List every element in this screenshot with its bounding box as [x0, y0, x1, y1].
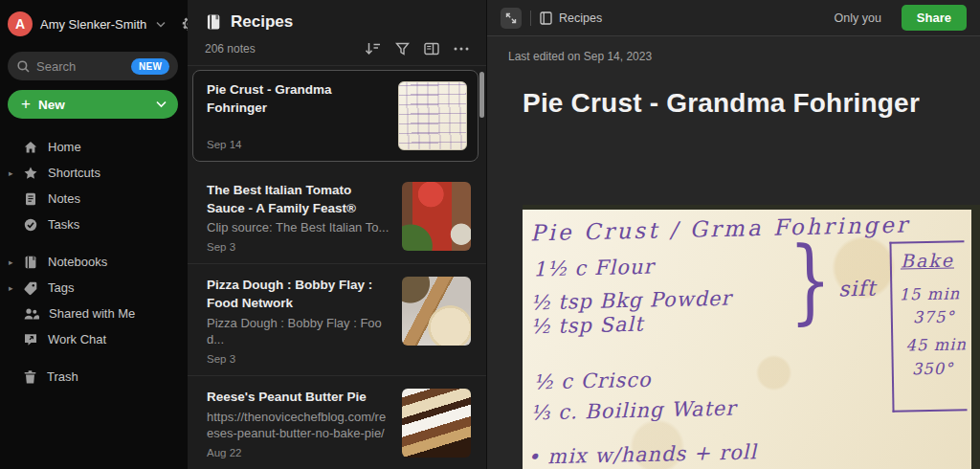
expand-arrow-icon[interactable]: ▸ [9, 257, 13, 266]
handwritten-line: ½ tsp Bkg Powder [530, 287, 732, 315]
more-icon[interactable] [454, 47, 469, 51]
notebook-icon [205, 13, 222, 31]
sidebar-nav: Home ▸ Shortcuts Notes Tasks ▸ Notebooks [0, 134, 188, 390]
notebook-icon [23, 255, 38, 270]
layout-icon[interactable] [424, 42, 439, 56]
evernote-window: A Amy Slenker-Smith NEW + New [0, 0, 980, 469]
note-thumbnail [398, 81, 467, 150]
handwritten-line: ½ tsp Salt [530, 313, 644, 339]
new-feature-badge: NEW [131, 58, 169, 75]
expand-icon[interactable] [501, 8, 522, 29]
note-list: Pie Crust - Grandma Fohringer Sep 14 The… [188, 66, 486, 469]
expand-arrow-icon[interactable]: ▸ [9, 282, 13, 292]
breadcrumb[interactable]: Recipes [540, 11, 602, 25]
sidebar: A Amy Slenker-Smith NEW + New [0, 0, 188, 469]
task-icon [23, 217, 38, 233]
scrollbar-thumb[interactable] [479, 72, 484, 118]
bake-instructions-box: Bake 15 min 375° 45 min 350° [889, 240, 967, 412]
sidebar-item-home[interactable]: Home [0, 134, 188, 160]
chevron-down-icon [156, 21, 166, 28]
note-list-item-selected[interactable]: Pie Crust - Grandma Fohringer Sep 14 [192, 70, 479, 162]
chevron-down-icon [156, 100, 167, 108]
home-icon [23, 140, 38, 155]
note-view-header: Recipes Only you Share [487, 0, 980, 36]
sidebar-item-trash[interactable]: Trash [0, 364, 188, 390]
note-thumbnail [402, 389, 471, 458]
search-icon [17, 60, 30, 73]
new-note-button[interactable]: + New [8, 90, 178, 119]
filter-icon[interactable] [395, 42, 410, 56]
notebook-icon [540, 11, 552, 25]
people-icon [23, 306, 39, 322]
sidebar-item-tags[interactable]: ▸ Tags [0, 275, 188, 301]
handwritten-line: • mix w/hands + roll [527, 440, 758, 468]
note-list-header: Recipes 206 notes [188, 0, 486, 65]
star-icon [23, 166, 38, 181]
recipe-card-paper: Pie Crust / Grma Fohringer 1½ c Flour ½ … [523, 210, 971, 469]
handwritten-line: Bake [901, 250, 954, 272]
tag-icon [23, 280, 38, 296]
notebook-title: Recipes [231, 12, 293, 32]
handwritten-heading: Pie Crust / Grma Fohringer [530, 212, 910, 246]
user-name: Amy Slenker-Smith [40, 17, 146, 32]
note-count: 206 notes [205, 42, 256, 56]
note-title[interactable]: Pie Crust - Grandma Fohringer [523, 88, 980, 119]
divider [530, 11, 531, 26]
note-list-panel: Recipes 206 notes Pie Crust - Grandma Fo… [188, 0, 486, 469]
handwritten-line: ⅓ c. Boiling Water [530, 397, 737, 425]
note-list-item[interactable]: The Best Italian Tomato Sauce - A Family… [188, 169, 486, 264]
sidebar-item-shortcuts[interactable]: ▸ Shortcuts [0, 160, 188, 186]
handwritten-line: sift [838, 277, 877, 302]
handwritten-line: ½ c Crisco [533, 368, 652, 394]
search-input[interactable] [36, 59, 124, 74]
sidebar-item-notes[interactable]: Notes [0, 186, 188, 212]
handwritten-line: 350° [912, 360, 954, 379]
recipe-card-photo[interactable]: Pie Crust / Grma Fohringer 1½ c Flour ½ … [523, 205, 980, 469]
share-button[interactable]: Share [902, 5, 967, 31]
handwritten-line: 15 min [899, 284, 960, 303]
trash-icon [23, 369, 37, 385]
handwritten-line: 375° [913, 308, 955, 327]
handwritten-line: 1½ c Flour [533, 256, 655, 281]
avatar[interactable]: A [8, 11, 33, 36]
handwritten-brace: } [789, 226, 833, 334]
handwritten-line: 45 min [905, 335, 967, 354]
note-icon [23, 191, 38, 207]
sidebar-item-work-chat[interactable]: Work Chat [0, 326, 188, 352]
chat-icon [23, 332, 38, 347]
note-content: Last edited on Sep 14, 2023 Pie Crust - … [487, 36, 980, 469]
sort-icon[interactable] [365, 42, 381, 56]
note-view-panel: Recipes Only you Share Last edited on Se… [486, 0, 980, 469]
sidebar-item-tasks[interactable]: Tasks [0, 212, 188, 237]
account-menu[interactable]: A Amy Slenker-Smith [0, 8, 188, 40]
note-thumbnail [402, 277, 471, 346]
expand-arrow-icon[interactable]: ▸ [9, 168, 13, 177]
plus-icon: + [21, 96, 31, 112]
sidebar-item-notebooks[interactable]: ▸ Notebooks [0, 249, 188, 275]
note-list-item[interactable]: Pizza Dough : Bobby Flay : Food Network … [188, 264, 486, 376]
note-thumbnail [402, 182, 471, 251]
note-list-item[interactable]: Reese's Peanut Butter Pie https://thenov… [188, 376, 486, 469]
search-input-wrapper[interactable]: NEW [8, 52, 178, 80]
sidebar-item-shared-with-me[interactable]: Shared with Me [0, 301, 188, 326]
visibility-status: Only you [835, 11, 881, 25]
last-edited-label: Last edited on Sep 14, 2023 [508, 50, 980, 63]
